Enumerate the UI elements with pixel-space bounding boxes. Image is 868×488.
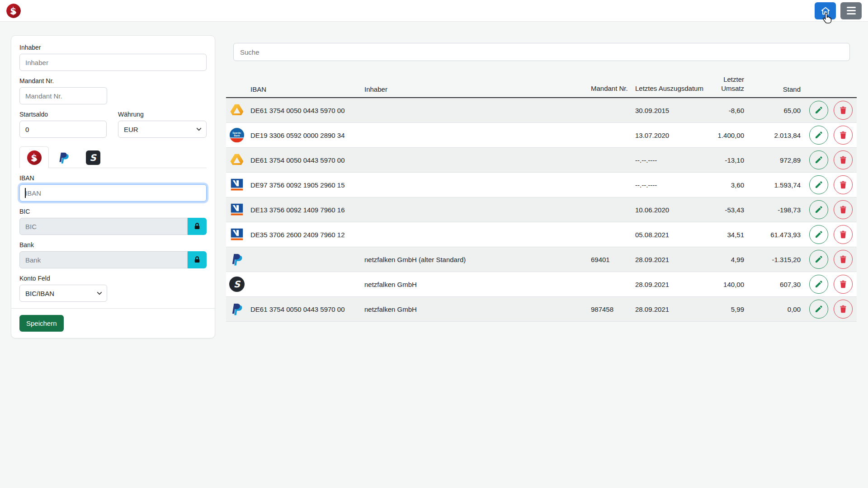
auszugsdatum-cell: 28.09.2021 — [632, 256, 707, 263]
bank-type-cell — [226, 301, 248, 317]
delete-button[interactable] — [834, 300, 853, 319]
waehrung-select[interactable]: EUR — [118, 121, 207, 138]
umsatz-cell: 3,60 — [707, 181, 747, 189]
text-caret — [25, 188, 26, 198]
edit-button[interactable] — [809, 175, 828, 194]
auszugsdatum-cell: 10.06.2020 — [632, 206, 707, 214]
kontofeld-select[interactable]: BIC/IBAN — [19, 285, 107, 302]
iban-cell: DE97 3756 0092 1905 2960 15 — [248, 181, 362, 189]
auszugsdatum-cell: 28.09.2021 — [632, 305, 707, 313]
iban-cell: DE61 3754 0050 0443 5970 00 — [248, 156, 362, 164]
edit-button[interactable] — [809, 150, 828, 169]
actions-cell — [803, 150, 857, 169]
edit-pencil-icon — [814, 280, 823, 289]
header-iban: IBAN — [248, 85, 362, 93]
bic-label: BIC — [19, 208, 207, 215]
bank-type-cell — [226, 202, 248, 217]
delete-trash-icon — [839, 180, 848, 189]
edit-pencil-icon — [814, 305, 823, 314]
inhaber-input[interactable] — [19, 54, 207, 71]
mandant-input[interactable] — [19, 87, 107, 104]
delete-trash-icon — [839, 230, 848, 239]
tab-cash[interactable]: S — [78, 146, 108, 168]
home-icon — [821, 6, 830, 16]
bic-lock-button[interactable] — [188, 218, 207, 235]
table-row: DE61 3754 0050 0443 5970 00--.--.-----13… — [226, 148, 857, 173]
iban-cell: DE35 3706 2600 2409 7960 12 — [248, 231, 362, 239]
bank-type-cell: Sparda-Bank — [226, 127, 248, 143]
paypal-icon — [229, 252, 245, 267]
cash-icon: S — [229, 277, 245, 292]
startsaldo-input[interactable] — [19, 121, 107, 138]
svg-text:$: $ — [10, 5, 16, 16]
svg-text:Bank: Bank — [234, 134, 240, 137]
actions-cell — [803, 175, 857, 194]
umsatz-cell: 1.400,00 — [707, 131, 747, 139]
iban-cell: DE61 3754 0050 0443 5970 00 — [248, 107, 362, 114]
stand-cell: -198,73 — [747, 206, 803, 214]
iban-cell: DE13 3756 0092 1409 7960 16 — [248, 206, 362, 214]
stand-cell: 65,00 — [747, 107, 803, 114]
stand-cell: 0,00 — [747, 305, 803, 313]
inhaber-cell: netzfalken GmbH — [362, 305, 588, 313]
lock-icon — [193, 222, 201, 230]
edit-button[interactable] — [809, 101, 828, 120]
header-mandant: Mandant Nr. — [588, 84, 632, 93]
stand-cell: 61.473,93 — [747, 231, 803, 239]
svg-text:Sparda-: Sparda- — [232, 131, 241, 134]
edit-button[interactable] — [809, 300, 828, 319]
save-button[interactable]: Speichern — [19, 315, 64, 332]
actions-cell — [803, 200, 857, 219]
stand-cell: 607,30 — [747, 281, 803, 288]
header-stand: Stand — [747, 85, 803, 93]
edit-button[interactable] — [809, 225, 828, 244]
tab-paypal[interactable] — [49, 146, 78, 168]
delete-button[interactable] — [834, 150, 853, 169]
bank-lock-button[interactable] — [188, 251, 207, 268]
delete-button[interactable] — [834, 275, 853, 294]
edit-button[interactable] — [809, 200, 828, 219]
edit-pencil-icon — [814, 205, 823, 214]
edit-button[interactable] — [809, 250, 828, 269]
iban-input[interactable] — [19, 184, 207, 202]
actions-cell — [803, 300, 857, 319]
umsatz-cell: 34,51 — [707, 231, 747, 239]
actions-cell — [803, 250, 857, 269]
auszugsdatum-cell: 28.09.2021 — [632, 281, 707, 288]
inhaber-cell: netzfalken GmbH (alter Standard) — [362, 256, 588, 263]
tab-bank[interactable]: $ — [19, 146, 49, 168]
edit-button[interactable] — [809, 126, 828, 145]
actions-cell — [803, 275, 857, 294]
edit-button[interactable] — [809, 275, 828, 294]
delete-button[interactable] — [834, 175, 853, 194]
table-row: DE97 3756 0092 1905 2960 15--.--.----3,6… — [226, 173, 857, 197]
search-input[interactable] — [233, 43, 850, 61]
umsatz-cell: 4,99 — [707, 256, 747, 263]
delete-button[interactable] — [834, 250, 853, 269]
delete-button[interactable] — [834, 200, 853, 219]
table-row: DE61 3754 0050 0443 5970 0030.09.2015-8,… — [226, 98, 857, 123]
delete-trash-icon — [839, 305, 848, 314]
inhaber-cell: netzfalken GmbH — [362, 281, 588, 288]
iban-label: IBAN — [19, 174, 207, 182]
delete-button[interactable] — [834, 225, 853, 244]
delete-button[interactable] — [834, 126, 853, 145]
commerzbank-icon — [229, 152, 245, 168]
menu-button[interactable] — [840, 2, 862, 19]
edit-pencil-icon — [814, 155, 823, 164]
actions-cell — [803, 225, 857, 244]
home-button[interactable] — [815, 2, 836, 19]
volksbank-icon — [229, 202, 245, 217]
stand-cell: -1.315,20 — [747, 256, 803, 263]
delete-button[interactable] — [834, 101, 853, 120]
delete-trash-icon — [839, 131, 848, 140]
header-auszugsdatum: Letztes Auszugsdatum — [632, 84, 707, 93]
bank-type-cell — [226, 252, 248, 267]
mandant-cell: 987458 — [588, 305, 632, 313]
delete-trash-icon — [839, 155, 848, 164]
account-form-body: Inhaber Mandant Nr. Startsaldo Währung E… — [11, 36, 215, 308]
bank-type-cell — [226, 227, 248, 242]
bank-label: Bank — [19, 241, 207, 249]
inhaber-label: Inhaber — [19, 44, 207, 51]
umsatz-cell: 140,00 — [707, 281, 747, 288]
